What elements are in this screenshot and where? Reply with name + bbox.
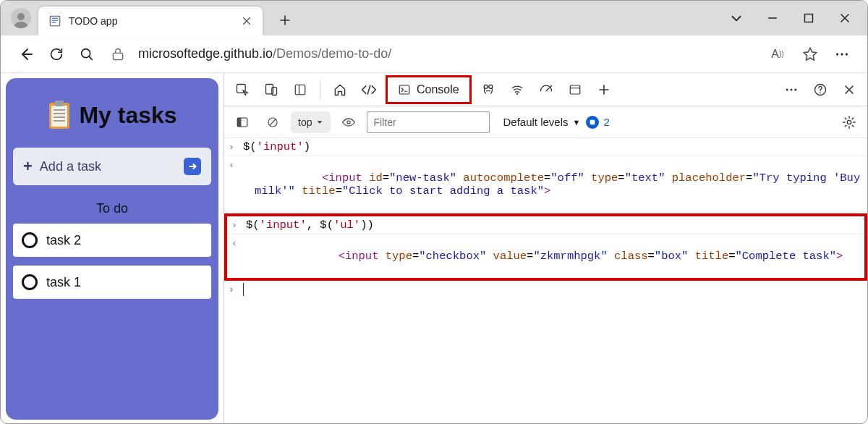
console-input-row: › $('input'): [224, 138, 867, 156]
svg-point-8: [836, 53, 838, 55]
inspect-element-icon[interactable]: [230, 79, 255, 101]
context-selector[interactable]: top: [291, 111, 331, 133]
add-task-button[interactable]: + Add a task: [13, 148, 211, 185]
clear-console-icon[interactable]: [260, 111, 285, 133]
svg-rect-2: [52, 18, 59, 20]
svg-rect-7: [113, 53, 122, 59]
url-text: microsoftedge.github.io/Demos/demo-to-do…: [138, 46, 391, 62]
result-icon: ‹: [231, 238, 243, 249]
more-tabs-icon[interactable]: [592, 79, 616, 101]
svg-rect-13: [55, 101, 64, 106]
svg-point-0: [17, 13, 25, 20]
svg-rect-12: [51, 106, 67, 127]
console-tab[interactable]: Console: [386, 75, 472, 104]
profile-avatar[interactable]: [11, 8, 31, 28]
refresh-button[interactable]: [41, 39, 72, 69]
help-icon[interactable]: [808, 79, 833, 101]
devtools-panel: Console top Default levels: [224, 73, 867, 424]
svg-rect-27: [570, 85, 580, 94]
more-button[interactable]: [827, 39, 857, 69]
svg-rect-4: [52, 22, 56, 24]
console-tab-label: Console: [417, 83, 459, 96]
plus-icon: +: [23, 157, 33, 176]
console-sidebar-toggle-icon[interactable]: [230, 111, 255, 133]
caret-down-icon: [316, 119, 323, 126]
device-toggle-icon[interactable]: [259, 79, 284, 101]
svg-rect-18: [237, 84, 246, 93]
svg-rect-5: [805, 14, 813, 22]
highlighted-console-block: › $('input', $('ul')) ‹ <input type="che…: [224, 213, 867, 281]
performance-tab-icon[interactable]: [534, 79, 558, 101]
issues-badge[interactable]: 2: [586, 116, 609, 129]
console-output-row: ‹ <input id="new-task" autocomplete="off…: [224, 156, 867, 213]
console-prompt-row[interactable]: ›: [224, 281, 867, 302]
console-input-row: › $('input', $('ul')): [227, 216, 864, 234]
console-filter-input[interactable]: [367, 111, 490, 133]
section-heading: To do: [13, 201, 211, 216]
console-toolbar: top Default levels ▼ 2: [224, 106, 867, 138]
elements-tab-icon[interactable]: [357, 79, 381, 101]
svg-line-37: [270, 119, 276, 125]
maximize-button[interactable]: [791, 1, 827, 35]
live-expression-icon[interactable]: [336, 111, 361, 133]
svg-point-10: [846, 53, 848, 55]
svg-point-33: [820, 92, 821, 93]
svg-point-30: [791, 88, 793, 90]
svg-rect-35: [237, 118, 241, 127]
search-button[interactable]: [72, 39, 102, 69]
submit-arrow-icon[interactable]: [184, 158, 201, 175]
window-controls: [718, 1, 867, 35]
console-icon: [398, 83, 411, 96]
prompt-icon: ›: [229, 284, 240, 295]
back-button[interactable]: [11, 39, 41, 69]
read-aloud-button[interactable]: A)): [762, 39, 793, 69]
svg-point-25: [489, 85, 493, 88]
task-item[interactable]: task 1: [13, 266, 211, 299]
new-tab-button[interactable]: [273, 8, 297, 33]
log-levels-selector[interactable]: Default levels ▼: [503, 116, 580, 128]
devtools-more-icon[interactable]: [779, 79, 804, 101]
todo-app: My tasks + Add a task To do task 2 task …: [6, 78, 218, 420]
minimize-button[interactable]: [754, 1, 791, 35]
welcome-tab-icon[interactable]: [328, 79, 352, 101]
network-tab-icon[interactable]: [505, 79, 529, 101]
favorite-button[interactable]: [795, 39, 825, 69]
tab-title: TODO app: [69, 15, 241, 27]
close-window-button[interactable]: [827, 1, 863, 35]
prompt-icon: ›: [229, 142, 240, 153]
caret-down-icon[interactable]: [718, 1, 754, 35]
svg-point-39: [847, 120, 851, 124]
svg-rect-3: [52, 20, 59, 22]
svg-point-29: [786, 88, 788, 90]
svg-point-38: [347, 120, 350, 123]
task-label: task 1: [46, 275, 81, 290]
task-item[interactable]: task 2: [13, 224, 211, 257]
browser-tab[interactable]: TODO app: [38, 7, 263, 35]
tab-close-button[interactable]: [241, 15, 252, 27]
app-title: My tasks: [79, 102, 176, 129]
tab-favicon-icon: [48, 14, 61, 27]
console-output[interactable]: › $('input') ‹ <input id="new-task" auto…: [224, 138, 867, 424]
svg-point-31: [794, 88, 796, 90]
browser-toolbar: microsoftedge.github.io/Demos/demo-to-do…: [1, 35, 867, 73]
add-task-label: Add a task: [40, 159, 101, 174]
svg-point-24: [484, 85, 488, 88]
task-label: task 2: [46, 233, 81, 248]
address-bar[interactable]: microsoftedge.github.io/Demos/demo-to-do…: [108, 39, 756, 69]
site-info-icon[interactable]: [108, 44, 128, 64]
console-output-row: ‹ <input type="checkbox" value="zkmrmhpg…: [227, 234, 864, 278]
devtools-tabbar: Console: [224, 73, 867, 106]
memory-tab-icon[interactable]: [563, 79, 587, 101]
caret-down-icon: ▼: [573, 118, 581, 127]
app-viewport: My tasks + Add a task To do task 2 task …: [1, 73, 224, 424]
prompt-icon: ›: [231, 220, 243, 231]
window-titlebar: TODO app: [1, 1, 867, 35]
clipboard-icon: [47, 100, 72, 130]
devtools-close-icon[interactable]: [837, 79, 861, 101]
console-settings-icon[interactable]: [837, 111, 861, 133]
task-checkbox[interactable]: [22, 232, 38, 248]
svg-point-26: [516, 93, 518, 94]
panel-layout-icon[interactable]: [288, 79, 312, 101]
sources-tab-icon[interactable]: [476, 79, 501, 101]
task-checkbox[interactable]: [22, 274, 38, 290]
